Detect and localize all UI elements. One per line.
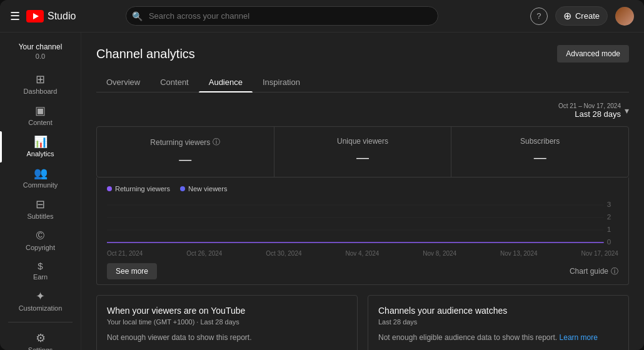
sidebar: Your channel 0.0 ⊞ Dashboard ▣ Content 📊…	[0, 32, 81, 350]
tab-content[interactable]: Content	[150, 72, 199, 92]
chart-bottom-bar: See more Chart guide ⓘ	[107, 263, 618, 279]
page-title: Channel analytics	[96, 47, 195, 61]
sidebar-label-earn: Earn	[33, 273, 48, 281]
help-button[interactable]: ?	[530, 8, 548, 25]
stat-value-returning: —	[107, 152, 264, 167]
chart-guide-icon: ⓘ	[611, 266, 618, 277]
audience-watches-title: Channels your audience watches	[378, 306, 618, 316]
stats-row: Returning viewers ⓘ — Unique viewers — S…	[96, 126, 629, 178]
see-more-button[interactable]: See more	[107, 263, 157, 279]
date-range-bar: Oct 21 – Nov 17, 2024 Last 28 days ▾	[96, 102, 629, 119]
chart-svg: 0 1 2 3	[107, 198, 618, 248]
date-range-selector[interactable]: Oct 21 – Nov 17, 2024 Last 28 days ▾	[558, 102, 629, 119]
page-header: Channel analytics Advanced mode	[96, 45, 629, 62]
chart-container: Returning viewers New viewers 0 1 2 3	[96, 178, 629, 285]
copyright-icon: ©	[36, 230, 44, 241]
tab-audience[interactable]: Audience	[199, 72, 253, 92]
chart-x-label-2: Oct 30, 2024	[266, 250, 301, 257]
create-button[interactable]: ⊕ Create	[555, 6, 608, 26]
tabs-bar: Overview Content Audience Inspiration	[96, 72, 629, 92]
stat-value-subscribers: —	[461, 151, 618, 165]
viewers-time-msg: Not enough viewer data to show this repo…	[107, 333, 347, 342]
bottom-card-audience-watches: Channels your audience watches Last 28 d…	[368, 295, 629, 350]
header: ☰ Studio 🔍 ? ⊕ Create	[0, 0, 644, 32]
sidebar-item-subtitles[interactable]: ⊟ Subtitles	[0, 194, 81, 225]
sidebar-item-settings[interactable]: ⚙ Settings	[0, 328, 81, 350]
tab-overview[interactable]: Overview	[96, 72, 150, 92]
advanced-mode-button[interactable]: Advanced mode	[557, 45, 629, 62]
customization-icon: ✦	[36, 291, 45, 302]
bottom-cards: When your viewers are on YouTube Your lo…	[96, 295, 629, 350]
create-plus-icon: ⊕	[563, 10, 571, 22]
date-range-sub: Oct 21 – Nov 17, 2024	[558, 102, 621, 109]
settings-icon: ⚙	[36, 332, 46, 344]
hamburger-icon[interactable]: ☰	[10, 9, 20, 23]
sidebar-item-copyright[interactable]: © Copyright	[0, 225, 81, 256]
search-bar: 🔍	[126, 6, 438, 26]
chart-x-label-0: Oct 21, 2024	[107, 250, 143, 257]
legend-dot-new	[180, 186, 185, 191]
sidebar-label-copyright: Copyright	[26, 244, 55, 251]
chart-x-label-4: Nov 8, 2024	[423, 250, 456, 257]
stat-card-subscribers: Subscribers —	[451, 127, 628, 177]
svg-text:3: 3	[607, 201, 611, 208]
sidebar-label-analytics: Analytics	[26, 150, 54, 158]
chart-legend: Returning viewers New viewers	[107, 185, 618, 192]
logo-container[interactable]: Studio	[26, 10, 76, 22]
sidebar-item-customization[interactable]: ✦ Customization	[0, 286, 81, 317]
svg-text:1: 1	[607, 226, 611, 233]
chart-x-label-1: Oct 26, 2024	[186, 250, 222, 257]
legend-returning: Returning viewers	[107, 185, 170, 192]
sidebar-channel-name: Your channel	[19, 42, 63, 51]
viewers-time-sub: Your local time (GMT +1000) · Last 28 da…	[107, 318, 347, 326]
chart-guide[interactable]: Chart guide ⓘ	[570, 266, 618, 277]
app-window: ☰ Studio 🔍 ? ⊕ Create	[0, 0, 644, 350]
stat-label-unique: Unique viewers	[284, 137, 441, 146]
legend-label-returning: Returning viewers	[115, 185, 170, 192]
earn-icon: $	[38, 261, 43, 271]
sidebar-item-community[interactable]: 👥 Community	[0, 162, 81, 194]
svg-text:0: 0	[607, 239, 611, 246]
stat-value-unique: —	[284, 151, 441, 165]
tab-inspiration[interactable]: Inspiration	[253, 72, 310, 92]
search-input[interactable]	[126, 6, 438, 26]
sidebar-label-content: Content	[28, 119, 53, 126]
sidebar-label-community: Community	[23, 181, 58, 189]
sidebar-item-content[interactable]: ▣ Content	[0, 100, 81, 131]
sidebar-nav: ⊞ Dashboard ▣ Content 📊 Analytics 👥 Comm…	[0, 69, 81, 350]
sidebar-item-earn[interactable]: $ Earn	[0, 256, 81, 286]
community-icon: 👥	[34, 168, 48, 179]
sidebar-divider	[8, 322, 73, 322]
stat-card-returning: Returning viewers ⓘ —	[97, 127, 274, 177]
date-range-main: Last 28 days	[558, 109, 621, 119]
date-range-text: Oct 21 – Nov 17, 2024 Last 28 days	[558, 102, 621, 119]
chart-x-label-6: Nov 17, 2024	[581, 250, 618, 257]
svg-text:2: 2	[607, 214, 611, 221]
stat-label-returning: Returning viewers ⓘ	[107, 137, 264, 148]
subtitles-icon: ⊟	[36, 199, 45, 210]
stat-label-subscribers: Subscribers	[461, 137, 618, 146]
main-content: Channel analytics Advanced mode Overview…	[81, 32, 644, 350]
returning-info-icon[interactable]: ⓘ	[213, 137, 220, 148]
create-label: Create	[575, 11, 600, 21]
learn-more-link[interactable]: Learn more	[560, 333, 598, 342]
chart-x-labels: Oct 21, 2024 Oct 26, 2024 Oct 30, 2024 N…	[107, 250, 618, 257]
sidebar-item-analytics[interactable]: 📊 Analytics	[0, 131, 81, 162]
search-icon: 🔍	[132, 11, 143, 21]
dashboard-icon: ⊞	[36, 74, 45, 85]
sidebar-label-dashboard: Dashboard	[24, 88, 58, 95]
body: Your channel 0.0 ⊞ Dashboard ▣ Content 📊…	[0, 32, 644, 350]
sidebar-item-dashboard[interactable]: ⊞ Dashboard	[0, 69, 81, 100]
content-icon: ▣	[35, 105, 46, 116]
analytics-icon: 📊	[34, 136, 48, 148]
header-right: ? ⊕ Create	[530, 6, 634, 26]
audience-watches-msg: Not enough eligible audience data to sho…	[378, 333, 618, 342]
audience-watches-sub: Last 28 days	[378, 318, 618, 326]
viewers-time-title: When your viewers are on YouTube	[107, 306, 347, 316]
legend-label-new: New viewers	[188, 185, 227, 192]
user-avatar[interactable]	[615, 7, 634, 26]
sidebar-channel-sub: 0.0	[36, 52, 45, 60]
stat-card-unique: Unique viewers —	[274, 127, 452, 177]
chart-guide-label: Chart guide	[570, 267, 608, 276]
studio-text: Studio	[48, 11, 76, 22]
